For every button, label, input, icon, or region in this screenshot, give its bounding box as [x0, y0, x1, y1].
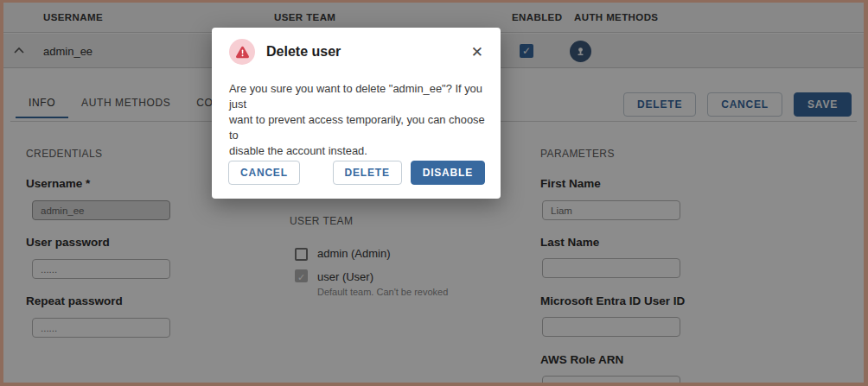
dialog-message-line: Are you sure you want to delete "admin_e… — [229, 81, 488, 112]
dialog-title: Delete user — [266, 44, 456, 60]
dialog-footer: CANCEL DELETE DISABLE — [228, 161, 485, 185]
close-icon[interactable]: ✕ — [468, 43, 487, 61]
app-viewport: USERNAME USER TEAM ENABLED AUTH METHODS … — [0, 0, 868, 386]
dialog-header: Delete user ✕ — [229, 39, 487, 65]
dialog-cancel-button[interactable]: CANCEL — [228, 161, 300, 185]
dialog-disable-button[interactable]: DISABLE — [411, 161, 485, 185]
warning-icon — [229, 39, 255, 65]
delete-user-dialog: Delete user ✕ Are you sure you want to d… — [212, 28, 501, 199]
dialog-delete-button[interactable]: DELETE — [333, 161, 402, 185]
dialog-message-line: want to prevent access temporarily, you … — [229, 112, 488, 143]
dialog-message-line: disable the account instead. — [229, 143, 488, 159]
dialog-message: Are you sure you want to delete "admin_e… — [229, 81, 488, 159]
